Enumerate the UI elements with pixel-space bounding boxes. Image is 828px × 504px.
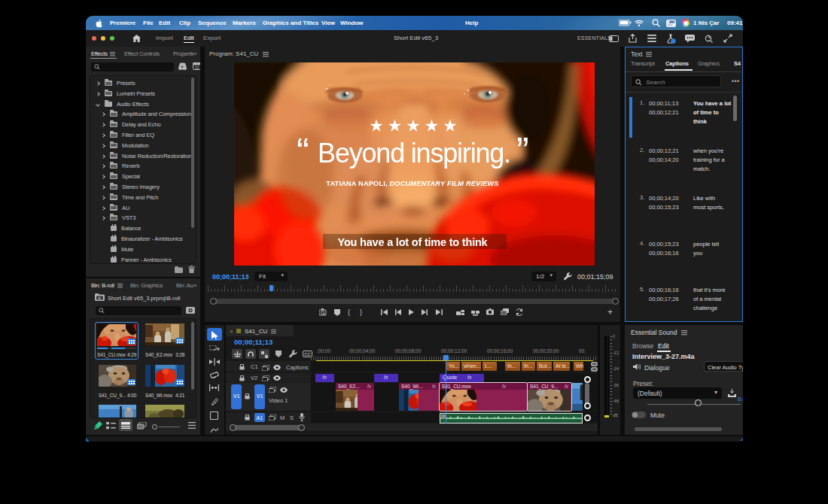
- svg-text:Beyond inspiring.: Beyond inspiring.: [318, 138, 510, 169]
- svg-text:You have a lot of time to thin: You have a lot of time to think: [338, 236, 489, 248]
- svg-text:CC: CC: [304, 352, 311, 357]
- svg-text:TATIANA NAPOLI, DOCUMENTARY FI: TATIANA NAPOLI, DOCUMENTARY FILM REVIEWS: [326, 180, 499, 187]
- svg-text:32: 32: [195, 65, 199, 70]
